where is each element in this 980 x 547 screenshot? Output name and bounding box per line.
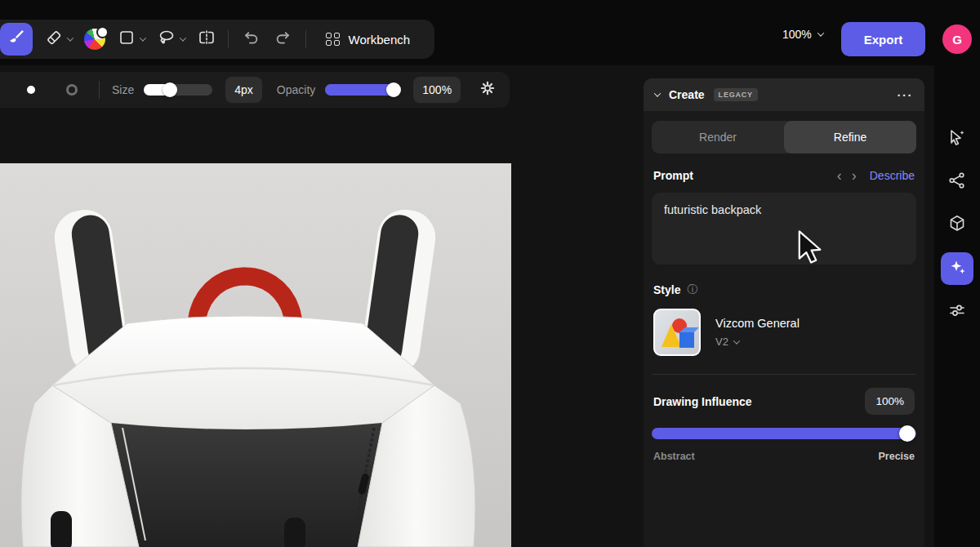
color-picker[interactable]	[84, 29, 105, 50]
chevron-down-icon	[67, 34, 74, 41]
mouse-cursor-icon	[797, 230, 826, 271]
shape-tool-button[interactable]	[117, 28, 145, 51]
lasso-tool-button[interactable]	[157, 28, 185, 51]
eraser-icon	[44, 28, 64, 51]
cursor-select-icon	[947, 127, 967, 150]
3d-view-button[interactable]	[941, 209, 973, 242]
tab-refine[interactable]: Refine	[784, 121, 916, 153]
share-nodes-icon	[947, 171, 967, 193]
tool-options-bar: Size 4px Opacity 100%	[0, 72, 510, 108]
opacity-slider-knob[interactable]	[386, 82, 401, 97]
right-sidebar	[934, 122, 980, 328]
prompt-next-icon[interactable]: ›	[847, 168, 862, 183]
chevron-down-icon	[140, 34, 146, 41]
redo-button[interactable]	[273, 27, 294, 51]
size-slider-knob[interactable]	[163, 82, 177, 97]
chevron-down-icon	[733, 337, 740, 344]
opacity-slider[interactable]	[325, 84, 400, 96]
generate-panel-button[interactable]	[941, 252, 973, 285]
redo-icon	[273, 27, 294, 51]
style-thumbnail[interactable]	[653, 309, 701, 356]
drawing-canvas[interactable]	[0, 163, 511, 547]
settings-button[interactable]	[479, 79, 497, 100]
drawing-influence-knob[interactable]	[899, 425, 915, 442]
create-panel: Create LEGACY ··· Render Refine Prompt ‹…	[644, 78, 924, 547]
tab-render[interactable]: Render	[652, 121, 784, 153]
workbench-grid-icon	[326, 33, 340, 47]
adjustments-button[interactable]	[941, 296, 973, 328]
describe-link[interactable]: Describe	[870, 169, 915, 182]
style-selector[interactable]: Vizcom General V2	[652, 309, 916, 356]
info-icon[interactable]: ⓘ	[687, 282, 697, 297]
avatar[interactable]: G	[942, 24, 972, 54]
prompt-prev-icon[interactable]: ‹	[832, 168, 847, 183]
eraser-tool-button[interactable]	[44, 28, 73, 51]
style-version-dropdown[interactable]: V2	[715, 336, 800, 348]
style-name: Vizcom General	[715, 317, 800, 330]
sparkles-icon	[947, 257, 967, 280]
options-divider	[99, 81, 100, 99]
brush-tip-hard[interactable]	[27, 86, 35, 94]
workbench-button[interactable]: Workbench	[318, 33, 418, 47]
opacity-label: Opacity	[277, 83, 315, 96]
collapse-chevron-icon[interactable]	[654, 90, 661, 96]
influence-max-label: Precise	[879, 451, 915, 462]
size-label: Size	[112, 83, 134, 96]
undo-icon	[240, 27, 261, 51]
main-toolbar: Workbench	[0, 20, 434, 59]
gear-icon	[479, 79, 497, 100]
mode-tabs: Render Refine	[652, 121, 916, 153]
sliders-icon	[947, 300, 967, 323]
prompt-input[interactable]: futuristic backpack	[652, 193, 916, 265]
rectangle-shape-icon	[117, 28, 136, 51]
lasso-icon	[157, 28, 176, 51]
drawing-influence-value[interactable]: 100%	[865, 388, 915, 415]
connections-button[interactable]	[941, 166, 973, 198]
chevron-down-icon	[817, 29, 824, 36]
panel-divider	[652, 374, 916, 375]
brush-tip-soft[interactable]	[66, 84, 78, 96]
toolbar-divider	[305, 30, 306, 48]
workbench-label: Workbench	[349, 33, 411, 47]
brush-tool-button[interactable]	[0, 23, 33, 56]
backpack-image	[0, 163, 511, 547]
mirror-icon	[197, 28, 216, 51]
toolbar-divider	[228, 30, 229, 48]
mirror-tool-button[interactable]	[197, 28, 216, 51]
create-panel-header: Create LEGACY ···	[644, 78, 924, 111]
influence-min-label: Abstract	[653, 451, 695, 462]
prompt-label: Prompt	[653, 169, 693, 182]
size-value[interactable]: 4px	[225, 77, 262, 103]
drawing-influence-label: Drawing Influence	[653, 395, 752, 408]
undo-button[interactable]	[240, 27, 261, 51]
zoom-control[interactable]: 100%	[782, 28, 823, 41]
style-label: Style	[653, 283, 680, 296]
panel-title: Create	[669, 88, 705, 101]
style-version: V2	[715, 336, 728, 348]
legacy-badge: LEGACY	[714, 88, 758, 101]
brush-icon	[7, 28, 26, 51]
zoom-value: 100%	[782, 28, 812, 41]
panel-menu-icon[interactable]: ···	[898, 88, 914, 102]
export-button[interactable]: Export	[841, 22, 925, 56]
cube-icon	[947, 214, 967, 237]
drawing-influence-slider[interactable]	[652, 428, 916, 439]
chevron-down-icon	[180, 34, 186, 41]
opacity-value[interactable]: 100%	[413, 77, 461, 103]
size-slider[interactable]	[144, 84, 212, 96]
select-tool-button[interactable]	[941, 122, 973, 155]
prompt-text: futuristic backpack	[664, 203, 761, 216]
